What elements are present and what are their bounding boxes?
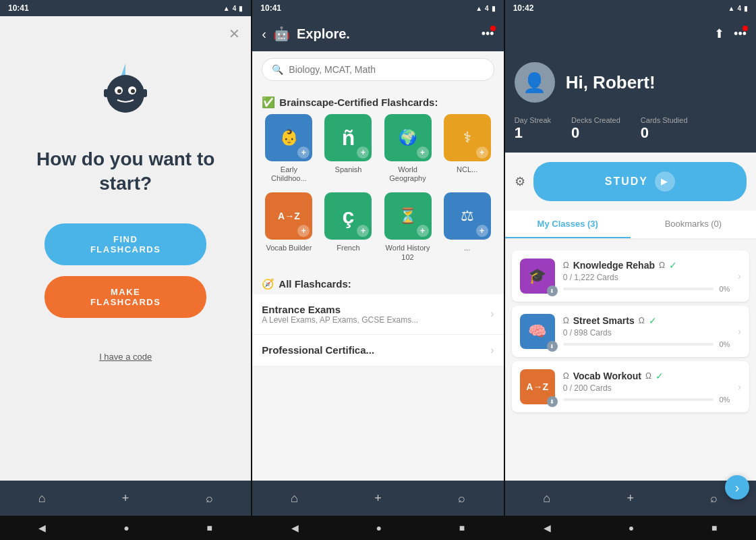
how-start-title: How do you want to start? [13,147,237,196]
add-nav-icon[interactable]: + [122,491,129,506]
class-name-row-vocab: Ω Vocab Workout Ω ✓ [563,371,730,381]
more-flashcard-grid: A→Z + Vocab Builder ç + French ⏳ + [252,192,503,271]
class-cards-knowledge: 0 / 1,222 Cards [563,273,730,282]
class-percent-knowledge: 0% [719,285,730,293]
flashcard-label-french: French [337,244,359,252]
green-check-knowledge: ✓ [669,260,677,271]
stat-decks: Decks Created 0 [571,116,620,142]
search-bar[interactable]: 🔍 [262,58,494,81]
add-nav-3[interactable]: + [627,491,635,506]
android-back-3[interactable]: ◀ [544,522,551,533]
class-vocab-workout[interactable]: A→Z ⬇ Ω Vocab Workout Ω ✓ 0 / 200 Cards [512,361,749,412]
certified-flashcard-grid: 👶 + Early Childhoo... ñ + Spanish 🌍 + [252,114,503,192]
user-avatar: 👤 [515,62,555,103]
android-nav-3: ◀ ● ■ [505,516,756,540]
download-badge: ⬇ [547,286,558,296]
svg-point-4 [131,89,135,93]
class-thumb-knowledge: 🎓 ⬇ [520,259,555,294]
flashcard-thumb-spanish: ñ + [324,114,372,161]
plus-badge-7: + [417,225,429,237]
stat-value-decks: 0 [571,124,620,142]
search-nav-icon[interactable]: ⌕ [206,491,213,506]
class-chevron-vocab: › [738,381,741,392]
certified-icon: ✅ [262,96,275,109]
more-menu-button-3[interactable]: ••• [734,27,747,41]
tab-bookmarks[interactable]: Bookmarks (0) [631,211,756,238]
screen1-status-bar: 10:41 ▲4▮ [0,0,251,16]
class-cards-vocab: 0 / 200 Cards [563,383,730,393]
screen3-status-bar: 10:42 ▲4▮ [505,0,756,16]
more-menu-button[interactable]: ••• [482,27,494,41]
back-button[interactable]: ‹ [262,26,266,42]
flashcard-ncl[interactable]: ⚕ + NCL... [440,114,494,183]
android-recent[interactable]: ■ [206,522,212,533]
flashcard-world-history[interactable]: ⏳ + World History 102 [380,192,434,261]
avatar-icon: 👤 [523,72,546,94]
plus-badge-4: + [476,146,488,159]
class-name-vocab: Vocab Workout [573,371,641,381]
download-badge-3: ⬇ [547,396,558,407]
class-knowledge-rehab[interactable]: 🎓 ⬇ Ω Knowledge Rehab Ω ✓ 0 / 1,222 Card… [512,250,749,302]
status-icons: ▲4▮ [223,5,243,12]
plus-badge-6: + [357,225,369,237]
android-home[interactable]: ● [123,522,129,533]
search-nav-3[interactable]: ⌕ [710,491,718,506]
screen1: 10:41 ▲4▮ ✕ [0,0,251,540]
study-button[interactable]: STUDY ▶ [533,162,747,201]
filter-icon[interactable]: ⚙ [515,174,525,189]
flashcard-misc[interactable]: ⚖ + ... [440,192,494,261]
home-nav-2[interactable]: ⌂ [291,491,298,506]
download-badge-2: ⬇ [547,341,558,352]
stat-label-cards: Cards Studied [641,116,688,124]
compass-icon: 🧭 [262,278,274,290]
find-flashcards-button[interactable]: FIND FLASHCARDS [45,223,206,265]
tab-my-classes[interactable]: My Classes (3) [505,211,631,238]
android-recent-3[interactable]: ■ [711,522,717,533]
android-home-3[interactable]: ● [629,522,634,533]
flashcard-world-geo[interactable]: 🌍 + World Geography [380,114,434,183]
entrance-exams-item[interactable]: Entrance Exams A Level Exams, AP Exams, … [252,294,503,335]
search-input[interactable] [289,64,484,75]
search-nav-2[interactable]: ⌕ [458,491,465,506]
close-button[interactable]: ✕ [229,26,240,42]
flashcard-early-childhood[interactable]: 👶 + Early Childhoo... [262,114,316,183]
android-back[interactable]: ◀ [38,522,46,533]
flashcard-vocab[interactable]: A→Z + Vocab Builder [262,192,316,261]
screen3: 10:42 ▲4▮ ⬆ ••• 👤 Hi, Robert! Day Streak [505,0,756,540]
screen3-header: ⬆ ••• [505,16,756,51]
class-thumb-vocab: A→Z ⬇ [520,369,555,404]
plus-badge-3: + [417,146,429,159]
make-flashcards-button[interactable]: MAKE FLASHCARDS [45,276,206,318]
notification-dot [490,26,496,31]
class-percent-street: 0% [719,340,730,348]
search-icon: 🔍 [272,64,283,75]
play-icon: ▶ [655,171,675,192]
home-nav-3[interactable]: ⌂ [543,491,550,506]
share-icon[interactable]: ⬆ [714,26,724,41]
flashcard-french[interactable]: ç + French [321,192,375,261]
android-recent-2[interactable]: ■ [459,522,465,533]
class-thumb-street: 🧠 ⬇ [520,314,555,349]
class-chevron-knowledge: › [738,271,741,281]
add-nav-2[interactable]: + [374,491,382,506]
class-name-row: Ω Knowledge Rehab Ω ✓ [563,260,730,271]
flashcard-spanish[interactable]: ñ + Spanish [321,114,375,183]
explore-title: Explore. [297,26,475,42]
svg-point-3 [117,89,121,93]
screen3-bottom-nav: ⌂ + ⌕ [505,481,756,516]
screen3-body: 👤 Hi, Robert! Day Streak 1 Decks Created… [505,51,756,481]
screen2-header: ‹ 🤖 Explore. ••• [252,16,503,51]
study-bar: ⚙ STUDY ▶ [505,153,756,211]
class-info-street: Ω Street Smarts Ω ✓ 0 / 898 Cards 0% [563,315,730,348]
android-back-2[interactable]: ◀ [291,522,299,533]
class-street-smarts[interactable]: 🧠 ⬇ Ω Street Smarts Ω ✓ 0 / 898 Cards [512,306,749,357]
flashcard-label-ncl: NCL... [457,165,477,174]
have-code-link[interactable]: I have a code [99,352,152,362]
flashcard-label-early: Early Childhoo... [262,165,316,183]
professional-certs-item[interactable]: Professional Certifica... › [252,335,503,367]
svg-rect-5 [104,89,108,97]
android-home-2[interactable]: ● [376,522,382,533]
fab-button[interactable]: › [725,475,749,481]
home-nav-icon[interactable]: ⌂ [38,491,46,506]
flashcard-label-vocab: Vocab Builder [266,244,312,252]
